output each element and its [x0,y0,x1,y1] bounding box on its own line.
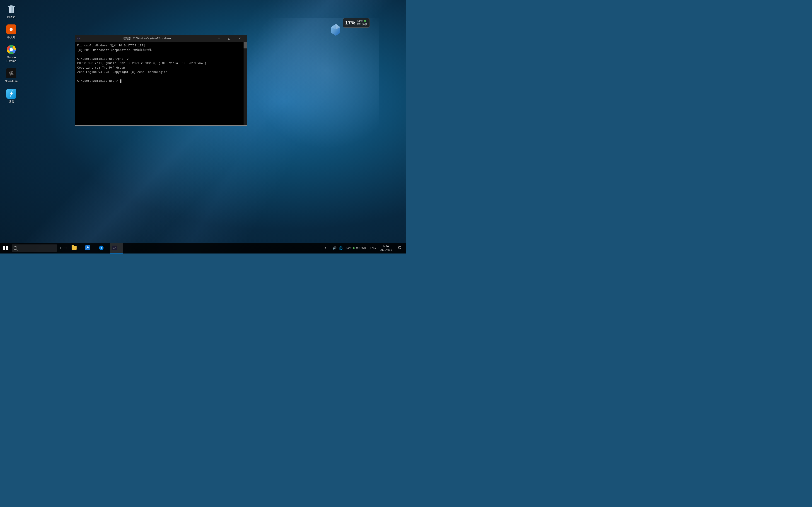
chrome-label: Google Chrome [3,56,19,63]
desktop-icons-area: 回收站 鲁 鲁大师 [2,2,20,105]
cpu-temp-label: CPU温度 [357,23,367,26]
svg-text:C:\: C:\ [113,247,116,249]
cpu-percent-value: 17% [345,20,355,26]
svg-line-3 [12,7,13,13]
tray-temp-dot [353,247,355,249]
clock-date: 2021/4/11 [380,248,392,252]
search-icon [14,246,17,250]
cmd-taskbar-icon: C:\ [112,245,117,250]
temp-indicator [364,20,366,22]
cmd-window: C:\ 管理员: C:\Windows\system32\cmd.exe ─ □… [75,35,247,126]
taskbar-app-2[interactable] [83,243,96,253]
cmd-minimize-button[interactable]: ─ [214,35,224,42]
ludashi-icon[interactable]: 鲁 鲁大师 [2,23,20,41]
task-view-button[interactable] [58,243,69,253]
app3-icon: e [99,245,104,250]
taskbar-cmd-app[interactable]: C:\ [110,243,123,253]
notification-icon: 🗨 [398,246,401,250]
start-button[interactable] [0,243,11,253]
xunlei-image [6,88,17,99]
taskbar: e C:\ ∧ 🔊 🌐 34℃ [0,243,406,253]
cpu-tray-widget[interactable]: 34℃ CPU温度 [344,243,368,253]
chevron-up-icon: ∧ [325,246,327,250]
tray-cpu-label: CPU温度 [356,246,366,250]
svg-rect-4 [10,5,13,7]
notification-button[interactable]: 🗨 [395,243,404,253]
app2-icon [85,245,90,250]
tray-icon-2[interactable]: 🌐 [338,246,343,250]
cmd-scroll-thumb[interactable] [244,42,247,48]
svg-text:C:\: C:\ [78,38,80,40]
clock-widget[interactable]: 17:57 2021/4/11 [378,243,394,253]
folder-icon [71,246,77,250]
windows-logo-icon [3,246,8,250]
win-logo-q4 [6,248,8,250]
recycle-bin-label: 回收站 [7,15,15,19]
cpu-temp-widget: 17% 34℃ CPU温度 [343,18,370,27]
win-logo-q1 [3,246,5,248]
ludashi-label: 鲁大师 [7,36,15,39]
terminal-cursor [120,79,121,82]
xunlei-icon[interactable]: 迅雷 [2,87,20,105]
tray-icon-1[interactable]: 🔊 [332,246,337,250]
svg-text:e: e [101,247,102,249]
ludashi-image: 鲁 [6,24,17,35]
taskbar-search[interactable] [12,244,57,252]
cmd-close-button[interactable]: ✕ [235,35,245,42]
cpu-temp-info: 34℃ CPU温度 [357,20,367,26]
taskbar-app-3[interactable]: e [96,243,110,253]
cmd-titlebar[interactable]: C:\ 管理员: C:\Windows\system32\cmd.exe ─ □… [75,35,247,42]
cpu-temp-value: 34℃ [357,20,367,23]
xunlei-label: 迅雷 [9,100,14,104]
recycle-bin-image [6,4,17,14]
cmd-output: Microsoft Windows [版本 10.0.17763.107] (c… [77,44,245,83]
cmd-scrollbar[interactable] [244,42,247,125]
cmd-terminal-content[interactable]: Microsoft Windows [版本 10.0.17763.107] (c… [75,42,247,125]
svg-text:鲁: 鲁 [9,27,13,32]
speedfan-image [6,68,17,79]
speedfan-icon[interactable]: SpeedFan [2,66,20,84]
taskbar-file-explorer[interactable] [69,243,83,253]
win-background-glow [247,18,379,150]
taskview-rect-1 [60,247,63,249]
chrome-image [6,44,17,55]
system-tray: ∧ 🔊 🌐 34℃ CPU温度 ENG 17:57 2021/4/11 [318,243,406,253]
language-button[interactable]: ENG [369,246,377,250]
recycle-bin-icon[interactable]: 回收站 [2,2,20,20]
tray-cpu-temp: 34℃ [346,247,355,250]
cmd-maximize-button[interactable]: □ [224,35,235,42]
cmd-title-text: 管理员: C:\Windows\system32\cmd.exe [82,37,212,41]
crystal-app-icon[interactable] [329,23,343,36]
speedfan-label: SpeedFan [5,80,17,83]
win-logo-q2 [6,246,8,248]
svg-point-9 [10,48,13,51]
cmd-window-controls: ─ □ ✕ [214,35,245,42]
google-chrome-icon[interactable]: Google Chrome [2,43,20,64]
clock-time: 17:57 [383,244,389,248]
cmd-window-icon: C:\ [77,37,81,40]
win-logo-q3 [3,248,5,250]
task-view-icon [60,247,67,249]
taskview-rect-2 [64,247,67,249]
desktop: 回收站 鲁 鲁大师 [0,0,406,253]
taskbar-apps-area: e C:\ [69,243,318,253]
svg-point-12 [11,73,12,74]
show-hidden-icons-button[interactable]: ∧ [320,243,331,253]
